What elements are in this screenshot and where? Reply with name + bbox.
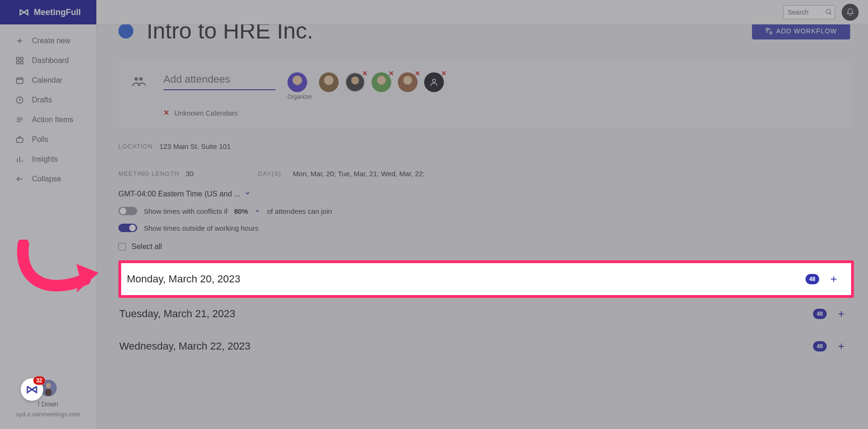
page-header: Intro to HRE Inc. ADD WORKFLOW bbox=[118, 24, 854, 44]
highlighted-day-frame: Monday, March 20, 2023 48 + bbox=[118, 260, 854, 298]
workflow-icon bbox=[765, 27, 773, 35]
svg-point-11 bbox=[139, 77, 143, 81]
attendees-column: Organizer ✕ ✕ ✕ ✕ ✕ Unknown Calend bbox=[163, 72, 841, 117]
bell-icon bbox=[846, 8, 854, 16]
attendee-6[interactable]: ✕ bbox=[424, 72, 444, 92]
user-email: syd.o oonmeetings.com bbox=[16, 411, 80, 418]
svg-rect-9 bbox=[770, 32, 772, 34]
sidebar: MeetingFull Create new Dashboard Calenda… bbox=[0, 0, 97, 429]
add-workflow-label: ADD WORKFLOW bbox=[776, 27, 837, 35]
page-icon bbox=[118, 24, 133, 39]
day-label: Wednesday, March 22, 2023 bbox=[119, 340, 250, 352]
chevron-down-icon[interactable] bbox=[255, 207, 260, 215]
sidebar-item-label: Create new bbox=[32, 37, 70, 45]
grid-icon bbox=[15, 56, 24, 65]
attendee-organizer[interactable]: Organizer bbox=[287, 72, 312, 100]
meeting-length-value[interactable]: 30 bbox=[186, 170, 242, 178]
day-row-wednesday[interactable]: Wednesday, March 22, 2023 48 + bbox=[118, 330, 854, 362]
outside-hours-toggle[interactable] bbox=[118, 224, 137, 232]
day-row-monday[interactable]: Monday, March 20, 2023 48 + bbox=[126, 263, 846, 295]
sidebar-item-collapse[interactable]: Collapse bbox=[0, 169, 96, 189]
add-attendees-input[interactable] bbox=[163, 72, 275, 90]
remove-icon[interactable]: ✕ bbox=[362, 70, 368, 77]
unknown-calendars-row[interactable]: ✕ Unknown Calendars bbox=[163, 109, 841, 117]
page-title: Intro to HRE Inc. bbox=[147, 24, 313, 44]
svg-rect-6 bbox=[16, 138, 23, 142]
bars-icon bbox=[15, 155, 24, 164]
conflicts-prefix: Show times with conflicts if bbox=[144, 207, 227, 215]
sidebar-item-label: Polls bbox=[32, 135, 48, 144]
timezone-value: GMT-04:00 Eastern Time (US and ... bbox=[118, 190, 240, 198]
user-name: l Down bbox=[38, 400, 58, 408]
meeting-length-label: MEETING LENGTH bbox=[118, 170, 179, 177]
attendees-card: Organizer ✕ ✕ ✕ ✕ ✕ Unknown Calend bbox=[118, 60, 854, 127]
days-label: DAY(S) bbox=[258, 170, 287, 177]
brand-mark-icon bbox=[26, 383, 38, 396]
expand-day-button[interactable]: + bbox=[828, 273, 840, 286]
divider bbox=[118, 160, 854, 160]
day-label: Monday, March 20, 2023 bbox=[127, 273, 240, 285]
days-value[interactable]: Mon, Mar, 20; Tue, Mar, 21; Wed, Mar, 22… bbox=[293, 170, 425, 178]
sidebar-item-drafts[interactable]: Drafts bbox=[0, 90, 96, 110]
day-row-tuesday[interactable]: Tuesday, March 21, 2023 48 + bbox=[118, 298, 854, 330]
remove-icon[interactable]: ✕ bbox=[441, 70, 447, 77]
slot-count-badge: 48 bbox=[806, 274, 819, 284]
svg-rect-3 bbox=[21, 62, 23, 64]
floating-notification-badge[interactable]: 32 bbox=[21, 378, 43, 401]
conflicts-percent[interactable]: 80% bbox=[234, 207, 248, 215]
list-icon bbox=[15, 116, 24, 124]
sidebar-nav: Create new Dashboard Calendar Drafts Act… bbox=[0, 24, 96, 429]
sidebar-item-actions[interactable]: Action Items bbox=[0, 110, 96, 130]
search-box bbox=[783, 5, 835, 19]
sidebar-item-calendar[interactable]: Calendar bbox=[0, 70, 96, 90]
clock-icon bbox=[15, 96, 24, 104]
sidebar-user: l Down syd.o oonmeetings.com bbox=[0, 379, 96, 418]
briefcase-icon bbox=[15, 135, 24, 144]
person-icon bbox=[429, 78, 439, 87]
attendee-4[interactable]: ✕ bbox=[372, 72, 391, 92]
timezone-selector[interactable]: GMT-04:00 Eastern Time (US and ... bbox=[118, 190, 854, 198]
conflicts-toggle-row: Show times with conflicts if 80% of atte… bbox=[118, 207, 854, 215]
sidebar-item-insights[interactable]: Insights bbox=[0, 149, 96, 169]
sidebar-item-label: Calendar bbox=[32, 76, 62, 85]
sidebar-item-label: Insights bbox=[32, 155, 58, 164]
select-all-label: Select all bbox=[132, 242, 162, 251]
attendee-2[interactable] bbox=[319, 72, 339, 92]
attendee-avatars: Organizer ✕ ✕ ✕ ✕ bbox=[287, 72, 444, 100]
calendar-icon bbox=[15, 76, 24, 85]
expand-day-button[interactable]: + bbox=[835, 340, 847, 353]
search-icon[interactable] bbox=[825, 8, 832, 17]
add-workflow-button[interactable]: ADD WORKFLOW bbox=[752, 24, 850, 39]
chevron-down-icon bbox=[244, 190, 251, 198]
location-label: LOCATION bbox=[118, 143, 153, 150]
svg-rect-4 bbox=[16, 78, 23, 84]
select-all-checkbox[interactable] bbox=[118, 243, 126, 250]
sidebar-item-dashboard[interactable]: Dashboard bbox=[0, 51, 96, 70]
select-all-row: Select all bbox=[118, 242, 854, 251]
sidebar-item-create[interactable]: Create new bbox=[0, 31, 96, 51]
expand-day-button[interactable]: + bbox=[835, 307, 847, 320]
svg-point-10 bbox=[134, 77, 138, 81]
length-days-row: MEETING LENGTH 30 DAY(S) Mon, Mar, 20; T… bbox=[118, 167, 854, 180]
sidebar-item-polls[interactable]: Polls bbox=[0, 130, 96, 149]
attendee-5[interactable]: ✕ bbox=[398, 72, 418, 92]
location-row: LOCATION 123 Main St. Suite 101 bbox=[118, 140, 854, 153]
attendee-3[interactable]: ✕ bbox=[345, 72, 365, 92]
avatar bbox=[287, 72, 307, 92]
remove-icon[interactable]: ✕ bbox=[388, 70, 394, 77]
conflicts-toggle[interactable] bbox=[118, 207, 137, 215]
remove-icon[interactable]: ✕ bbox=[415, 70, 420, 77]
notifications-button[interactable] bbox=[842, 4, 859, 21]
slot-count-badge: 48 bbox=[813, 341, 827, 351]
location-value[interactable]: 123 Main St. Suite 101 bbox=[160, 142, 231, 150]
unknown-calendars-label: Unknown Calendars bbox=[174, 109, 238, 117]
sidebar-item-label: Dashboard bbox=[32, 56, 69, 65]
topbar bbox=[97, 0, 868, 24]
avatar bbox=[319, 72, 339, 92]
sidebar-item-label: Collapse bbox=[32, 175, 61, 183]
slot-count-badge: 48 bbox=[813, 309, 827, 319]
close-icon: ✕ bbox=[163, 109, 170, 117]
outside-hours-label: Show times outside of working hours bbox=[144, 224, 258, 232]
svg-rect-1 bbox=[21, 57, 23, 60]
svg-rect-8 bbox=[766, 28, 768, 30]
